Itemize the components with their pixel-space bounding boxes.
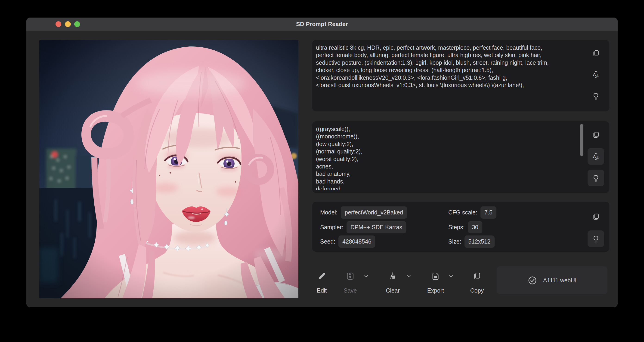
- copy-icon: [592, 213, 600, 221]
- copy-label: Copy: [470, 287, 484, 294]
- svg-text:A: A: [593, 72, 596, 77]
- titlebar: SD Prompt Reader: [26, 17, 618, 31]
- prompt-line: seductive posture, (skindentation:1.3), …: [316, 59, 578, 66]
- hint-settings-button[interactable]: [588, 230, 604, 247]
- document-icon: [431, 272, 440, 281]
- prompt-line: bad hands,: [316, 178, 578, 185]
- seed-value: 428048546: [338, 236, 375, 248]
- seed-label: Seed:: [320, 238, 335, 245]
- export-label: Export: [427, 287, 444, 294]
- lightbulb-icon: [592, 235, 600, 243]
- export-menu-chevron[interactable]: [448, 273, 454, 279]
- positive-prompt-panel: ultra realistic 8k cg, HDR, epic, perfec…: [312, 40, 609, 111]
- save-label: Save: [344, 287, 357, 294]
- svg-text:A: A: [593, 154, 596, 159]
- clear-button[interactable]: Clear: [378, 272, 408, 294]
- prompt-line: choker, close up, long loose revealing d…: [316, 66, 578, 74]
- negative-prompt-scrollbar[interactable]: [580, 124, 584, 156]
- desktop-background: SD Prompt Reader: [0, 0, 644, 342]
- cfg-label: CFG scale:: [448, 209, 477, 216]
- steps-value: 30: [468, 221, 482, 233]
- sort-az-negative-button[interactable]: A Z: [588, 148, 604, 165]
- hint-positive-button[interactable]: [588, 88, 604, 104]
- copy-button[interactable]: Copy: [462, 272, 492, 294]
- model-value: perfectWorld_v2Baked: [341, 206, 407, 219]
- prompt-line: <lora:stLouisLuxuriousWheels_v1:0.3>, st…: [316, 81, 578, 89]
- prompt-line: deformed,: [316, 185, 578, 190]
- prompt-line: <lora:koreandolllikenessV20_v20:0.3>, <l…: [316, 74, 578, 81]
- prompt-line: (normal quality:2),: [316, 148, 578, 155]
- model-label: Model:: [320, 209, 338, 216]
- positive-prompt-text[interactable]: ultra realistic 8k cg, HDR, epic, perfec…: [316, 44, 578, 108]
- sort-az-positive-button[interactable]: A Z: [588, 66, 604, 83]
- chevron-down-icon: [448, 273, 454, 279]
- status-badge: A1111 webUI: [497, 267, 608, 294]
- prompt-line: ((monochrome)),: [316, 133, 578, 140]
- status-label: A1111 webUI: [543, 277, 577, 284]
- size-value: 512x512: [464, 236, 494, 248]
- sampler-label: Sampler:: [320, 224, 343, 231]
- size-label: Size:: [448, 238, 461, 245]
- copy-icon: [472, 272, 482, 281]
- copy-settings-button[interactable]: [588, 208, 604, 225]
- steps-label: Steps:: [448, 224, 465, 231]
- svg-text:Z: Z: [596, 73, 598, 77]
- prompt-line: bad anatomy,: [316, 170, 578, 177]
- copy-positive-button[interactable]: [588, 45, 604, 62]
- pencil-icon: [317, 272, 326, 281]
- clear-menu-chevron[interactable]: [406, 273, 412, 279]
- negative-prompt-text[interactable]: ((grayscale)),((monochrome)),(low qualit…: [316, 125, 578, 190]
- lightbulb-icon: [592, 92, 600, 100]
- sampler-value: DPM++ SDE Karras: [346, 221, 406, 233]
- lightbulb-icon: [592, 174, 600, 182]
- window-title: SD Prompt Reader: [26, 17, 618, 31]
- sort-az-icon: A Z: [592, 70, 600, 78]
- copy-negative-button[interactable]: [588, 127, 604, 143]
- prompt-line: (low quality:2),: [316, 140, 578, 148]
- hint-negative-button[interactable]: [588, 170, 604, 186]
- edit-button[interactable]: Edit: [307, 272, 337, 294]
- save-menu-chevron[interactable]: [363, 273, 369, 279]
- prompt-line: ultra realistic 8k cg, HDR, epic, perfec…: [316, 44, 578, 51]
- svg-text:Z: Z: [596, 155, 598, 159]
- floppy-icon: [346, 272, 354, 281]
- preview-image: [39, 40, 298, 298]
- sort-az-icon: A Z: [592, 152, 600, 160]
- prompt-line: ((grayscale)),: [316, 125, 578, 133]
- cfg-value: 7.5: [480, 206, 496, 219]
- save-button[interactable]: Save: [335, 272, 365, 294]
- app-window: SD Prompt Reader: [26, 17, 618, 307]
- prompt-line: perfect female body, alluring, perfect f…: [316, 51, 578, 59]
- export-button[interactable]: Export: [420, 272, 450, 294]
- clear-label: Clear: [386, 287, 400, 294]
- check-circle-icon: [528, 276, 537, 285]
- copy-icon: [592, 131, 600, 139]
- chevron-down-icon: [406, 273, 412, 279]
- prompt-line: (worst quality:2),: [316, 155, 578, 163]
- broom-icon: [388, 272, 397, 281]
- prompt-line: acnes,: [316, 163, 578, 170]
- edit-label: Edit: [317, 287, 327, 294]
- settings-panel: Model: perfectWorld_v2Baked CFG scale: 7…: [312, 202, 609, 252]
- negative-prompt-panel: ((grayscale)),((monochrome)),(low qualit…: [312, 121, 609, 193]
- copy-icon: [592, 49, 600, 57]
- chevron-down-icon: [363, 273, 369, 279]
